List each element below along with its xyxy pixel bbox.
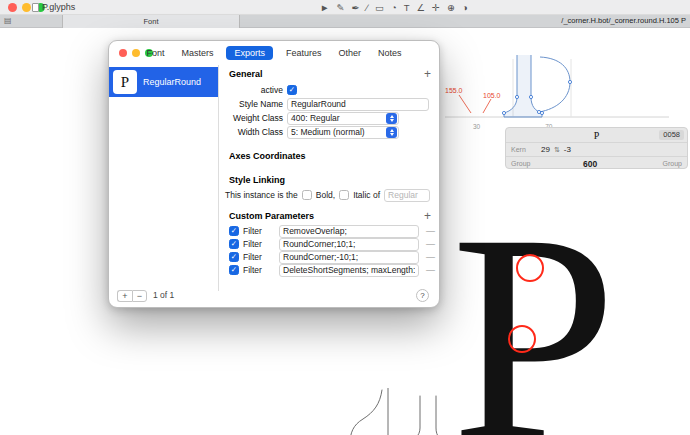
style-linking-section-header: Style Linking bbox=[229, 175, 285, 185]
select-tool-icon[interactable]: ► bbox=[320, 2, 329, 13]
pen-tool-icon[interactable]: ✒ bbox=[351, 2, 359, 13]
tab-masters[interactable]: Masters bbox=[177, 46, 217, 60]
pencil-tool-icon[interactable]: ✎ bbox=[336, 2, 344, 13]
parameter-value-input[interactable] bbox=[279, 251, 419, 264]
popup-chevrons-icon bbox=[386, 127, 397, 138]
background-glyph-outline-view: 155.0 105.0 30 -70 bbox=[443, 55, 673, 135]
parameter-value-input[interactable] bbox=[279, 264, 419, 277]
instance-add-remove-segment: + − bbox=[117, 290, 147, 302]
glyph-info-panel[interactable]: P 0058 Kern 29 ⇅ -3 Group 600 Group bbox=[505, 127, 688, 169]
parameter-property: Filter bbox=[243, 226, 275, 236]
bold-checkbox[interactable] bbox=[302, 190, 312, 200]
font-info-window[interactable]: Font Masters Exports Features Other Note… bbox=[108, 40, 440, 308]
parameter-property: Filter bbox=[243, 239, 275, 249]
unicode-value[interactable]: 0058 bbox=[659, 130, 684, 140]
shape-tool-icon[interactable]: ▭ bbox=[375, 2, 384, 13]
style-name-label: Style Name bbox=[219, 99, 283, 109]
glyphs-app-window: P.glyphs ► ✎ ✒ ∕ ▭ ◔ T ∠ ✛ ⊕ ◑ ▤ Font /_… bbox=[0, 0, 690, 435]
custom-parameters-section-header: Custom Parameters bbox=[229, 211, 314, 221]
remove-parameter-button[interactable]: — bbox=[426, 252, 435, 262]
measurement-label: 105.0 bbox=[483, 92, 501, 99]
measurement-label: 155.0 bbox=[445, 87, 463, 94]
width-class-popup[interactable]: 5: Medium (normal) bbox=[287, 126, 399, 139]
check-icon: ✓ bbox=[231, 227, 237, 235]
bold-label: Bold, bbox=[316, 190, 335, 200]
instances-sidebar: P RegularRound bbox=[109, 65, 219, 291]
export-settings-panel: General + active ✓ Style Name Weight Cla… bbox=[219, 65, 441, 291]
kern-row: Kern 29 ⇅ -3 bbox=[506, 143, 687, 157]
preview-toggle-icon[interactable]: ◑ bbox=[462, 2, 468, 13]
instance-list-item[interactable]: P RegularRound bbox=[109, 67, 218, 97]
kern-right-value[interactable]: -3 bbox=[564, 145, 571, 154]
measure-tool-icon[interactable]: ∠ bbox=[416, 2, 425, 13]
window-title: P.glyphs bbox=[32, 2, 75, 12]
check-icon: ✓ bbox=[231, 240, 237, 248]
dialog-footer: + − 1 of 1 ? bbox=[109, 289, 439, 307]
corner-component-outlines bbox=[342, 388, 457, 435]
tab-features[interactable]: Features bbox=[282, 46, 326, 60]
parameter-checkbox[interactable]: ✓ bbox=[229, 252, 239, 262]
hand-tool-icon[interactable]: ✛ bbox=[432, 2, 440, 13]
kern-left-value[interactable]: 29 bbox=[541, 145, 550, 154]
tab-notes[interactable]: Notes bbox=[374, 46, 406, 60]
glyph-preview-P[interactable]: P bbox=[451, 188, 617, 435]
general-section-header: General bbox=[229, 69, 263, 79]
group-right-label: Group bbox=[663, 160, 682, 167]
parameter-checkbox[interactable]: ✓ bbox=[229, 265, 239, 275]
check-icon: ✓ bbox=[289, 86, 295, 94]
close-button[interactable] bbox=[8, 3, 17, 12]
remove-instance-button[interactable]: − bbox=[132, 290, 147, 302]
instance-name: RegularRound bbox=[143, 77, 201, 87]
active-label: active bbox=[219, 85, 283, 95]
tab-other[interactable]: Other bbox=[335, 46, 366, 60]
italic-checkbox[interactable] bbox=[339, 190, 349, 200]
link-base-input[interactable] bbox=[384, 189, 430, 202]
style-name-input[interactable] bbox=[287, 98, 429, 111]
kern-label: Kern bbox=[511, 146, 541, 153]
font-info-tabs: Font Masters Exports Features Other Note… bbox=[109, 46, 439, 60]
parameter-value-input[interactable] bbox=[279, 238, 419, 251]
weight-class-popup[interactable]: 400: Regular bbox=[287, 112, 399, 125]
add-custom-parameter-button[interactable]: + bbox=[424, 211, 431, 221]
info-panel-header: P 0058 bbox=[506, 128, 687, 143]
glyph-path-label: /_corner.H.bot/_corner.round.H.105 P bbox=[561, 16, 686, 25]
document-icon bbox=[32, 3, 39, 12]
tab-exports[interactable]: Exports bbox=[226, 46, 273, 60]
parameter-property: Filter bbox=[243, 265, 275, 275]
parameter-checkbox[interactable]: ✓ bbox=[229, 226, 239, 236]
check-icon: ✓ bbox=[231, 266, 237, 274]
add-property-button[interactable]: + bbox=[424, 69, 431, 79]
text-tool-icon[interactable]: T bbox=[404, 2, 410, 13]
group-label: Group bbox=[511, 160, 541, 167]
parameter-property: Filter bbox=[243, 252, 275, 262]
group-value[interactable]: 600 bbox=[583, 159, 597, 169]
annotation-tool-icon[interactable]: ◔ bbox=[391, 2, 397, 13]
weight-class-label: Weight Class bbox=[219, 113, 283, 123]
axes-section-header: Axes Coordinates bbox=[229, 151, 306, 161]
style-linking-text: This instance is the bbox=[225, 190, 298, 200]
kern-lock-icon[interactable]: ⇅ bbox=[554, 146, 560, 154]
check-icon: ✓ bbox=[231, 253, 237, 261]
remove-parameter-button[interactable]: — bbox=[426, 265, 435, 275]
corner-annotation-circle bbox=[508, 325, 536, 353]
remove-parameter-button[interactable]: — bbox=[426, 226, 435, 236]
add-instance-button[interactable]: + bbox=[117, 290, 132, 302]
window-titlebar: P.glyphs ► ✎ ✒ ∕ ▭ ◔ T ∠ ✛ ⊕ ◑ bbox=[0, 0, 690, 15]
remove-parameter-button[interactable]: — bbox=[426, 239, 435, 249]
group-row: Group 600 Group bbox=[506, 157, 687, 169]
instance-glyph-preview: P bbox=[113, 70, 137, 94]
help-button[interactable]: ? bbox=[416, 289, 429, 302]
active-checkbox[interactable]: ✓ bbox=[287, 85, 297, 95]
parameter-value-input[interactable] bbox=[279, 225, 419, 238]
knife-tool-icon[interactable]: ∕ bbox=[366, 2, 368, 13]
sidebar-toggle-icon[interactable]: ▤ bbox=[4, 16, 12, 25]
edit-view-tab[interactable]: Font bbox=[62, 15, 240, 28]
instance-count-label: 1 of 1 bbox=[153, 290, 174, 300]
minimize-button[interactable] bbox=[22, 3, 31, 12]
zoom-tool-icon[interactable]: ⊕ bbox=[447, 2, 455, 13]
tool-palette: ► ✎ ✒ ∕ ▭ ◔ T ∠ ✛ ⊕ ◑ bbox=[320, 1, 468, 14]
corner-annotation-circle bbox=[516, 254, 544, 282]
parameter-checkbox[interactable]: ✓ bbox=[229, 239, 239, 249]
coordinate-label: 30 bbox=[473, 123, 481, 130]
tab-font[interactable]: Font bbox=[142, 46, 168, 60]
